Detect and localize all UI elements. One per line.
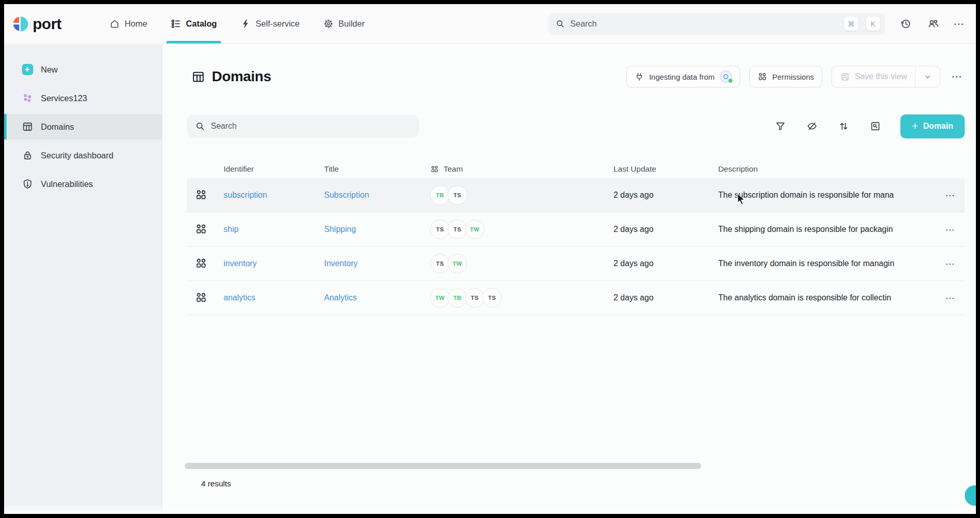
avatar[interactable]: TS bbox=[482, 288, 502, 308]
sidebar-item-new[interactable]: + New bbox=[4, 57, 162, 82]
page-header: Domains Ingesting data from bbox=[187, 65, 965, 88]
lightning-icon bbox=[240, 18, 251, 29]
plus-icon: + bbox=[912, 121, 918, 131]
column-header-title[interactable]: Title bbox=[316, 164, 422, 174]
search-icon bbox=[195, 121, 205, 131]
avatar[interactable]: TS bbox=[448, 185, 467, 205]
row-menu-button[interactable]: ⋯ bbox=[936, 258, 965, 270]
avatar[interactable]: TW bbox=[430, 288, 450, 308]
eye-slash-icon bbox=[806, 121, 818, 132]
port-logo[interactable]: port bbox=[11, 15, 61, 33]
team-avatars: TS TS TW bbox=[422, 220, 605, 239]
sidebar-item-domains[interactable]: Domains bbox=[4, 114, 162, 139]
shield-alert-icon bbox=[21, 178, 33, 190]
table-row[interactable]: subscription Subscription TB TS 2 days a… bbox=[187, 178, 965, 213]
row-menu-button[interactable]: ⋯ bbox=[936, 292, 965, 304]
identifier-link[interactable]: analytics bbox=[215, 293, 316, 302]
table-header-row: Identifier Title Team Last Update Descri… bbox=[187, 160, 965, 178]
avatar[interactable]: TS bbox=[430, 220, 450, 239]
history-button[interactable] bbox=[898, 17, 913, 31]
plug-icon bbox=[634, 72, 644, 82]
nav-label-self-service: Self-service bbox=[256, 19, 300, 29]
avatar[interactable]: TS bbox=[465, 288, 484, 308]
ingesting-data-button[interactable]: Ingesting data from bbox=[626, 66, 740, 87]
avatar[interactable]: TB bbox=[430, 185, 450, 205]
save-view-button[interactable]: Save this view bbox=[832, 66, 915, 87]
domain-entity-icon bbox=[187, 223, 215, 236]
org-users-icon bbox=[430, 165, 439, 174]
chevron-down-icon bbox=[923, 72, 933, 82]
nav-label-builder: Builder bbox=[338, 19, 364, 29]
floppy-disk-icon bbox=[840, 72, 850, 82]
team-members-button[interactable] bbox=[926, 17, 940, 31]
horizontal-scrollbar[interactable] bbox=[185, 463, 701, 469]
table-search-input[interactable] bbox=[211, 122, 411, 131]
page-more-button[interactable]: ⋯ bbox=[949, 70, 965, 83]
page-actions: Ingesting data from Pe bbox=[626, 66, 965, 87]
users-icon bbox=[927, 18, 939, 30]
title-link[interactable]: Analytics bbox=[316, 293, 422, 302]
nav-tab-builder[interactable]: Builder bbox=[319, 4, 369, 43]
catalog-sidebar: + New Services123 Domains bbox=[4, 44, 162, 514]
save-view-button-group: Save this view bbox=[831, 66, 940, 87]
cluster-icon bbox=[21, 92, 33, 104]
permissions-button[interactable]: Permissions bbox=[749, 66, 822, 87]
identifier-link[interactable]: subscription bbox=[215, 191, 316, 200]
primary-nav: Home Catalog Self-service bbox=[105, 4, 369, 43]
sidebar-label-domains: Domains bbox=[41, 122, 74, 132]
identifier-link[interactable]: ship bbox=[215, 225, 316, 234]
home-icon bbox=[109, 18, 120, 29]
table-search-bar[interactable] bbox=[187, 114, 419, 138]
last-update-cell: 2 days ago bbox=[605, 191, 710, 200]
domains-table: Identifier Title Team Last Update Descri… bbox=[187, 160, 965, 315]
table-icon bbox=[21, 121, 33, 133]
avatar[interactable]: TS bbox=[448, 220, 467, 239]
avatar[interactable]: TW bbox=[465, 220, 484, 239]
title-link[interactable]: Subscription bbox=[316, 191, 422, 200]
hide-columns-button[interactable] bbox=[805, 120, 819, 133]
status-dot bbox=[728, 78, 733, 83]
column-header-last-update[interactable]: Last Update bbox=[605, 164, 710, 174]
group-by-icon bbox=[870, 121, 881, 132]
global-search-input[interactable] bbox=[570, 19, 839, 29]
row-menu-button[interactable]: ⋯ bbox=[936, 190, 965, 201]
search-icon bbox=[555, 19, 565, 29]
topbar-more-button[interactable]: ⋯ bbox=[953, 18, 965, 29]
row-menu-button[interactable]: ⋯ bbox=[936, 224, 965, 236]
table-row[interactable]: inventory Inventory TS TW 2 days ago The… bbox=[187, 247, 965, 281]
add-domain-label: Domain bbox=[923, 122, 953, 131]
column-header-description[interactable]: Description bbox=[710, 164, 936, 174]
sidebar-item-vulnerabilities[interactable]: Vulnerabilities bbox=[4, 171, 162, 197]
sidebar-item-security-dashboard[interactable]: Security dashboard bbox=[4, 143, 162, 168]
column-header-team[interactable]: Team bbox=[422, 164, 605, 174]
identifier-link[interactable]: inventory bbox=[215, 259, 316, 268]
avatar[interactable]: TW bbox=[448, 254, 467, 273]
domain-entity-icon bbox=[187, 292, 215, 304]
results-count: 4 results bbox=[201, 479, 231, 488]
title-link[interactable]: Inventory bbox=[316, 259, 422, 268]
column-header-identifier[interactable]: Identifier bbox=[215, 164, 316, 174]
save-view-dropdown-button[interactable] bbox=[915, 66, 940, 87]
table-row[interactable]: ship Shipping TS TS TW 2 days ago The sh… bbox=[187, 213, 965, 247]
add-domain-button[interactable]: + Domain bbox=[900, 114, 965, 138]
main-content: Domains Ingesting data from bbox=[163, 44, 976, 514]
domain-entity-icon bbox=[187, 189, 215, 201]
table-row[interactable]: analytics Analytics TW TB TS TS 2 days a… bbox=[187, 281, 965, 315]
title-link[interactable]: Shipping bbox=[316, 225, 422, 234]
global-search-bar[interactable]: ⌘ K bbox=[548, 13, 885, 35]
avatar[interactable]: TS bbox=[430, 254, 450, 273]
avatar[interactable]: TB bbox=[448, 288, 467, 308]
sort-arrows-icon bbox=[838, 121, 849, 132]
topbar-icon-group: ⋯ bbox=[898, 17, 965, 31]
team-header-label: Team bbox=[444, 164, 463, 174]
group-by-button[interactable] bbox=[869, 120, 882, 133]
filter-button[interactable] bbox=[774, 120, 787, 133]
funnel-icon bbox=[775, 121, 786, 132]
nav-tab-catalog[interactable]: Catalog bbox=[166, 4, 221, 43]
description-cell: The analytics domain is responsible for … bbox=[710, 293, 936, 302]
nav-tab-home[interactable]: Home bbox=[105, 4, 151, 43]
sidebar-item-services123[interactable]: Services123 bbox=[4, 85, 162, 111]
nav-label-catalog: Catalog bbox=[186, 19, 217, 29]
sort-button[interactable] bbox=[837, 120, 850, 133]
nav-tab-self-service[interactable]: Self-service bbox=[236, 4, 304, 43]
